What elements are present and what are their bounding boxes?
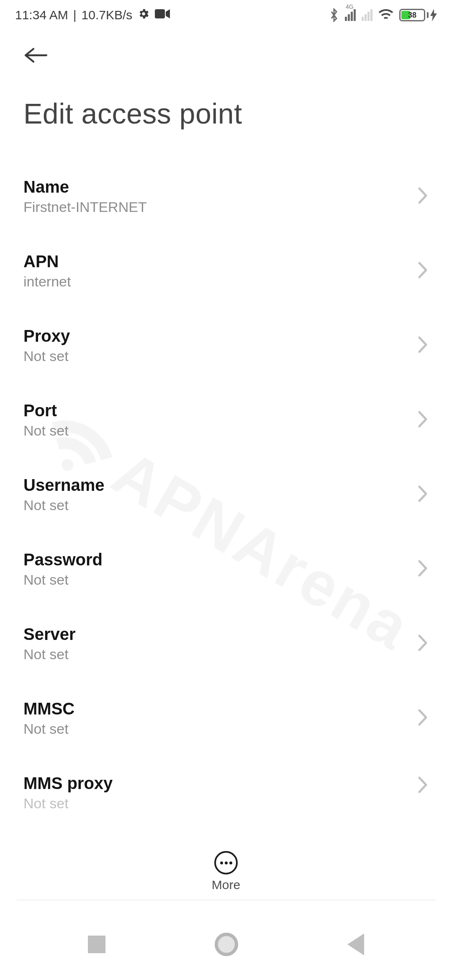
battery-icon: 38 — [399, 9, 437, 21]
settings-gear-icon — [137, 8, 150, 23]
row-apn[interactable]: APN internet — [23, 234, 429, 308]
chevron-right-icon — [418, 560, 429, 579]
chevron-right-icon — [418, 336, 429, 355]
row-label: Proxy — [23, 327, 403, 346]
chevron-right-icon — [418, 634, 429, 653]
status-separator: | — [73, 8, 77, 22]
row-label: Password — [23, 550, 403, 569]
more-ellipsis-icon — [214, 851, 238, 874]
status-left: 11:34 AM | 10.7KB/s — [15, 8, 170, 23]
status-bar: 11:34 AM | 10.7KB/s 4G — [0, 0, 452, 30]
chevron-right-icon — [418, 485, 429, 504]
row-label: Name — [23, 178, 403, 196]
row-name[interactable]: Name Firstnet-INTERNET — [23, 159, 429, 234]
row-value: Not set — [23, 423, 403, 439]
header — [0, 30, 452, 68]
android-nav-bar — [0, 909, 452, 980]
chevron-right-icon — [418, 709, 429, 728]
nav-recent-button[interactable] — [88, 936, 105, 953]
row-password[interactable]: Password Not set — [23, 532, 429, 606]
footer-divider — [17, 900, 435, 900]
row-label: Port — [23, 401, 403, 420]
apn-form-list: Name Firstnet-INTERNET APN internet Prox… — [0, 155, 452, 816]
svg-rect-0 — [155, 9, 165, 18]
camera-icon — [155, 8, 170, 22]
status-time: 11:34 AM — [15, 8, 68, 22]
row-value: Firstnet-INTERNET — [23, 199, 403, 215]
chevron-right-icon — [418, 187, 429, 206]
chevron-right-icon — [418, 261, 429, 281]
page-title: Edit access point — [0, 68, 452, 155]
row-proxy[interactable]: Proxy Not set — [23, 308, 429, 383]
row-value: internet — [23, 273, 403, 290]
row-label: MMSC — [23, 699, 403, 718]
signal-no-sim-icon — [362, 9, 372, 21]
chevron-right-icon — [418, 776, 429, 795]
row-server[interactable]: Server Not set — [23, 606, 429, 681]
more-label: More — [212, 878, 240, 892]
row-port[interactable]: Port Not set — [23, 383, 429, 457]
row-mms-proxy[interactable]: MMS proxy Not set — [23, 756, 429, 816]
status-net-speed: 10.7KB/s — [82, 8, 133, 22]
row-value: Not set — [23, 721, 403, 737]
signal-4g-icon: 4G — [345, 9, 356, 21]
row-label: APN — [23, 252, 403, 271]
row-value: Not set — [23, 348, 403, 364]
nav-back-button[interactable] — [347, 934, 364, 955]
status-right: 4G 38 — [329, 8, 437, 22]
row-value: Not set — [23, 646, 403, 663]
wifi-icon — [378, 9, 393, 21]
row-label: Username — [23, 476, 403, 495]
row-value: Not set — [23, 572, 403, 588]
row-value: Not set — [23, 795, 403, 812]
nav-home-button[interactable] — [215, 933, 238, 956]
row-username[interactable]: Username Not set — [23, 457, 429, 532]
row-mmsc[interactable]: MMSC Not set — [23, 681, 429, 756]
back-button[interactable] — [23, 43, 49, 68]
bluetooth-icon — [329, 8, 339, 22]
chevron-right-icon — [418, 410, 429, 430]
row-label: MMS proxy — [23, 774, 403, 793]
row-label: Server — [23, 625, 403, 644]
more-button[interactable]: More — [0, 851, 452, 892]
row-value: Not set — [23, 497, 403, 513]
